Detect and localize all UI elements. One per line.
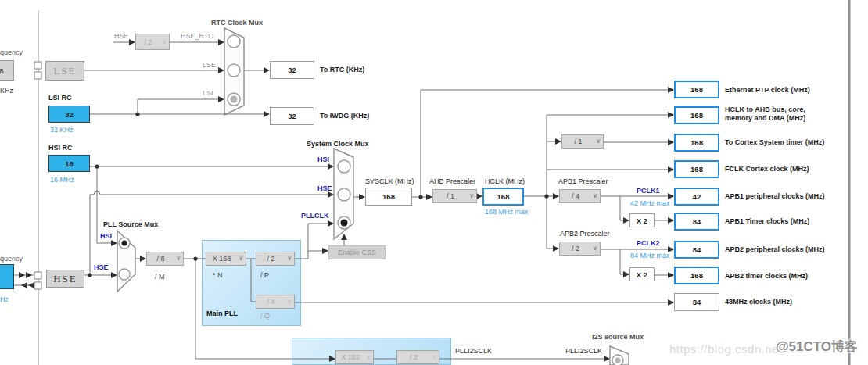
lsi-rc-value: 32 bbox=[48, 106, 90, 123]
chevron-down-icon: ∨ bbox=[239, 255, 243, 262]
lsi-in-label: LSI bbox=[203, 89, 213, 98]
out-48mhz-label: 48MHz clocks (MHz) bbox=[725, 298, 792, 306]
plli2sclk-label-2: PLLI2SCLK bbox=[565, 347, 602, 356]
arrowhead-icon bbox=[218, 67, 224, 73]
cortex-prescaler-value: / 1 bbox=[574, 138, 582, 145]
chevron-down-icon: ∨ bbox=[596, 138, 601, 145]
to-rtc-value: 32 bbox=[270, 61, 314, 79]
arrowhead-icon bbox=[111, 240, 117, 246]
x2-apb2-multiplier: X 2 bbox=[629, 267, 655, 281]
hse-input-freq-value[interactable] bbox=[0, 264, 14, 289]
lse-in-label: LSE bbox=[203, 61, 216, 70]
plli2s-n-multiplier-value: X 192 bbox=[341, 353, 360, 361]
apb1-prescaler[interactable]: / 4∨ bbox=[559, 189, 601, 203]
arrowhead-icon bbox=[555, 138, 561, 145]
arrowhead-icon bbox=[623, 271, 629, 277]
apb1-timer-value: 84 bbox=[674, 213, 719, 231]
junction-dot bbox=[135, 112, 139, 116]
apb2-prescaler-title: APB2 Prescaler bbox=[560, 230, 610, 238]
out-hclk-ahb-label: HCLK to AHB bus, core, memory and DMA (M… bbox=[725, 106, 862, 123]
input-freq-lse-label: quency bbox=[0, 48, 23, 57]
cortex-prescaler[interactable]: / 1∨ bbox=[561, 134, 604, 149]
div-q-label: / Q bbox=[260, 312, 270, 320]
x2-apb1-multiplier: X 2 bbox=[629, 213, 655, 227]
input-freq-lse-unit: KHz bbox=[0, 87, 13, 95]
ahb-prescaler-title: AHB Prescaler bbox=[429, 177, 475, 186]
arrowhead-icon bbox=[322, 248, 328, 254]
hclk-value[interactable]: 168 bbox=[482, 188, 524, 206]
pin-square bbox=[34, 62, 41, 69]
arrowhead-icon bbox=[668, 139, 674, 145]
pin-square bbox=[34, 72, 41, 79]
out-ethernet-label: Ethernet PTP clock (MHz) bbox=[725, 86, 810, 95]
apb1-prescaler-title: APB1 Prescaler bbox=[558, 177, 608, 186]
lse-osc-box: LSE bbox=[45, 61, 84, 81]
pll-m-divider[interactable]: / 8∨ bbox=[146, 252, 184, 266]
arrowhead-icon bbox=[328, 163, 334, 170]
pll-n-multiplier[interactable]: X 168∨ bbox=[206, 252, 246, 266]
sys-mux-hsi-radio[interactable] bbox=[338, 160, 350, 173]
arrowhead-icon bbox=[668, 299, 674, 306]
arrowhead-icon bbox=[264, 111, 270, 117]
arrowhead-icon bbox=[19, 272, 25, 278]
apb2-prescaler[interactable]: / 2∨ bbox=[559, 242, 601, 256]
pll-mux-hse-radio[interactable] bbox=[119, 269, 130, 280]
lsi-rc-freq: 32 KHz bbox=[50, 126, 74, 134]
i2s-source-mux-title: I2S source Mux bbox=[592, 333, 644, 342]
plli2s-r-divider-value: / 2 bbox=[410, 353, 418, 361]
ahb-prescaler[interactable]: / 1∨ bbox=[432, 189, 477, 203]
pclk2-max-note: 84 MHz max bbox=[630, 252, 670, 260]
junction-dot bbox=[95, 164, 99, 168]
cto-watermark: @51CTO博客 bbox=[776, 338, 858, 356]
hse-rtc-label: HSE_RTC bbox=[181, 32, 213, 41]
arrowhead-icon bbox=[426, 194, 432, 200]
arrowhead-icon bbox=[668, 87, 674, 93]
arrowhead-icon bbox=[129, 39, 135, 45]
arrowhead-icon bbox=[28, 282, 34, 288]
pll-hsi-label: HSI bbox=[100, 232, 112, 241]
out-apb2-timer-label: APB2 timer clocks (MHz) bbox=[725, 272, 808, 281]
pll-m-divider-value: / 8 bbox=[156, 255, 164, 263]
pclk1-max-note: 42 MHz max bbox=[630, 199, 670, 208]
out-fclk-label: FCLK Cortex clock (MHz) bbox=[725, 165, 809, 174]
hclk-title: HCLK (MHz) bbox=[485, 177, 525, 186]
main-pll-title: Main PLL bbox=[206, 310, 238, 318]
i2s-mux-radio-selected-dot bbox=[615, 358, 621, 363]
arrowhead-icon bbox=[21, 282, 27, 288]
apb2-prescaler-value: / 2 bbox=[572, 245, 579, 252]
chevron-down-icon: ∨ bbox=[287, 255, 292, 262]
hse-osc-box: HSE bbox=[46, 270, 84, 288]
mul-n-label: * N bbox=[213, 271, 223, 280]
enable-css-button[interactable]: Enable CSS bbox=[328, 245, 386, 259]
arrowhead-icon bbox=[218, 39, 224, 45]
pll-p-divider-value: / 2 bbox=[267, 255, 274, 263]
sysclk-value: 168 bbox=[365, 188, 412, 206]
arrowhead-icon bbox=[553, 245, 559, 252]
plli2sclk-label-1: PLLI2SCLK bbox=[455, 347, 492, 356]
rtc-mux-hse-radio[interactable] bbox=[228, 35, 240, 48]
lse-input-freq-value[interactable]: 8 bbox=[0, 60, 14, 81]
div-m-label: / M bbox=[155, 273, 165, 281]
rtc-hse-divider: / 2∨ bbox=[135, 34, 170, 50]
apb2-periph-value: 84 bbox=[674, 241, 719, 259]
out-apb2-periph-label: APB2 peripheral clocks (MHz) bbox=[725, 245, 825, 254]
hclk-max-note: 168 MHz max bbox=[485, 208, 529, 216]
arrowhead-icon bbox=[604, 356, 610, 362]
pll-hse-label: HSE bbox=[94, 263, 109, 272]
arrowhead-icon bbox=[329, 356, 335, 362]
pll-q-divider-value: / 4 bbox=[267, 298, 274, 306]
pll-source-mux-title: PLL Source Mux bbox=[103, 220, 158, 229]
clk48-value: 84 bbox=[674, 293, 719, 311]
plli2s-r-divider: / 2∨ bbox=[396, 350, 439, 364]
apb1-periph-value: 42 bbox=[674, 188, 719, 206]
rtc-mux-lse-radio[interactable] bbox=[228, 64, 240, 77]
arrowhead-icon bbox=[264, 67, 270, 73]
system-clock-mux-title: System Clock Mux bbox=[307, 140, 369, 149]
hsi-rc-freq: 16 MHz bbox=[50, 176, 74, 184]
sys-mux-hse-radio[interactable] bbox=[338, 188, 350, 201]
pin-square bbox=[34, 282, 41, 289]
chevron-down-icon: ∨ bbox=[593, 245, 597, 252]
pll-p-divider[interactable]: / 2∨ bbox=[256, 252, 295, 266]
out-apb1-timer-label: APB1 Timer clocks (MHz) bbox=[725, 217, 809, 226]
csdn-watermark: https://blog.csdn.net bbox=[669, 342, 783, 356]
